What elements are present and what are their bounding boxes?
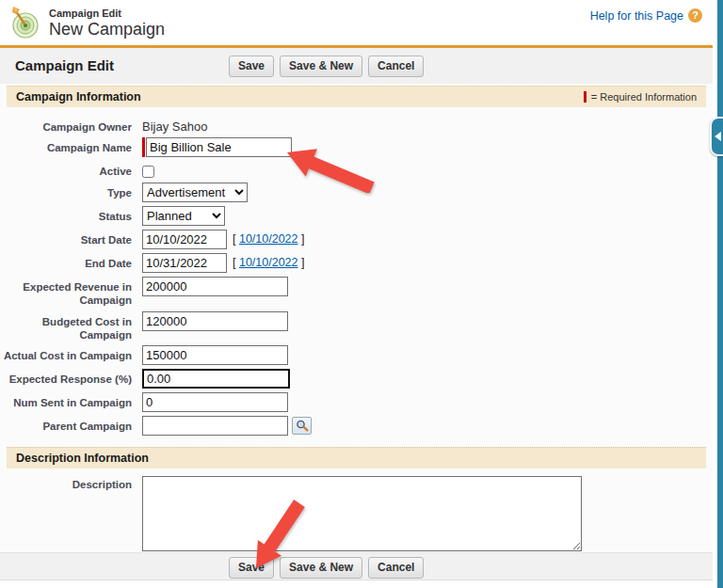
parent-campaign-lookup-button[interactable] — [292, 417, 312, 435]
expected-response-label: Expected Response (%) — [0, 369, 139, 386]
description-label: Description — [0, 476, 139, 491]
expected-revenue-row: Expected Revenue in Campaign — [0, 277, 713, 308]
chevron-left-icon — [715, 132, 721, 141]
status-label: Status — [0, 206, 139, 223]
budgeted-cost-row: Budgeted Cost in Campaign — [0, 311, 713, 342]
start-date-today: [ 10/10/2022 ] — [233, 232, 304, 246]
save-and-new-button[interactable]: Save & New — [280, 56, 362, 77]
expected-revenue-input[interactable] — [142, 277, 288, 296]
sidebar-collapse-tab[interactable] — [710, 117, 723, 156]
bottom-save-and-new-button[interactable]: Save & New — [280, 557, 362, 579]
campaign-information-title: Campaign Information — [16, 90, 141, 103]
campaign-owner-value: Bijay Sahoo — [142, 117, 207, 134]
active-row: Active — [0, 161, 713, 178]
help-question-icon[interactable]: ? — [688, 8, 702, 23]
bottom-cancel-button[interactable]: Cancel — [368, 557, 424, 579]
campaign-form: Campaign Owner Bijay Sahoo Campaign Name… — [0, 107, 713, 436]
edit-header: Campaign Edit Save Save & New Cancel — [0, 48, 713, 84]
description-information-section-header: Description Information — [7, 447, 706, 469]
campaign-owner-row: Campaign Owner Bijay Sahoo — [0, 117, 713, 134]
expected-response-row: Expected Response (%) — [0, 369, 713, 389]
end-date-row: End Date [ 10/10/2022 ] — [0, 253, 713, 273]
end-date-today-link[interactable]: 10/10/2022 — [239, 256, 298, 269]
description-row: Description — [0, 476, 713, 551]
campaign-name-label: Campaign Name — [0, 137, 139, 154]
required-red-bar-icon — [584, 91, 586, 103]
breadcrumb: Campaign Edit — [49, 6, 165, 19]
end-date-label: End Date — [0, 253, 139, 270]
start-date-input[interactable] — [142, 230, 227, 249]
status-row: Status Planned — [0, 206, 713, 226]
page-header: Campaign Edit New Campaign Help for this… — [0, 0, 712, 45]
parent-campaign-input[interactable] — [142, 416, 288, 436]
actual-cost-input[interactable] — [142, 345, 288, 365]
start-date-today-link[interactable]: 10/10/2022 — [239, 232, 298, 246]
end-date-input[interactable] — [142, 253, 227, 273]
active-label: Active — [0, 161, 139, 178]
required-information-note: = Required Information — [584, 91, 697, 103]
bottom-button-strip: Save Save & New Cancel — [0, 552, 713, 580]
campaign-name-input[interactable] — [146, 137, 292, 157]
campaign-information-section-header: Campaign Information = Required Informat… — [7, 86, 706, 107]
type-row: Type Advertisement — [0, 183, 713, 202]
status-select[interactable]: Planned — [142, 206, 225, 226]
right-sidebar-rail — [717, 0, 723, 588]
edit-header-title: Campaign Edit — [15, 57, 114, 73]
num-sent-row: Num Sent in Campaign — [0, 392, 713, 412]
magnifier-lookup-icon — [296, 420, 309, 432]
type-label: Type — [0, 183, 139, 199]
num-sent-label: Num Sent in Campaign — [0, 392, 139, 409]
help-link[interactable]: Help for this Page — [590, 9, 683, 23]
cancel-button[interactable]: Cancel — [368, 56, 424, 77]
actual-cost-label: Actual Cost in Campaign — [0, 345, 139, 362]
required-field-bar — [142, 137, 145, 157]
expected-response-input[interactable] — [142, 369, 290, 389]
end-date-today: [ 10/10/2022 ] — [233, 256, 304, 269]
campaign-name-row: Campaign Name — [0, 137, 713, 157]
active-checkbox[interactable] — [142, 166, 154, 178]
budgeted-cost-label: Budgeted Cost in Campaign — [0, 311, 139, 342]
description-information-title: Description Information — [16, 452, 149, 465]
campaign-owner-label: Campaign Owner — [0, 117, 139, 134]
campaign-edit-panel: Campaign Edit Save Save & New Cancel Cam… — [0, 45, 713, 580]
start-date-label: Start Date — [0, 230, 139, 246]
description-textarea[interactable] — [142, 476, 582, 551]
campaign-target-icon — [9, 6, 41, 43]
parent-campaign-label: Parent Campaign — [0, 416, 139, 433]
expected-revenue-label: Expected Revenue in Campaign — [0, 277, 139, 308]
bottom-button-row: Save Save & New Cancel — [229, 557, 424, 579]
new-campaign-page: Campaign Edit New Campaign Help for this… — [0, 0, 723, 588]
page-title: New Campaign — [49, 20, 165, 40]
budgeted-cost-input[interactable] — [142, 311, 288, 331]
start-date-row: Start Date [ 10/10/2022 ] — [0, 230, 713, 249]
save-button[interactable]: Save — [229, 56, 274, 77]
type-select[interactable]: Advertisement — [142, 183, 248, 202]
actual-cost-row: Actual Cost in Campaign — [0, 345, 713, 365]
top-button-row: Save Save & New Cancel — [229, 56, 424, 77]
bottom-save-button[interactable]: Save — [229, 557, 274, 579]
parent-campaign-row: Parent Campaign — [0, 416, 713, 436]
num-sent-input[interactable] — [142, 392, 288, 412]
